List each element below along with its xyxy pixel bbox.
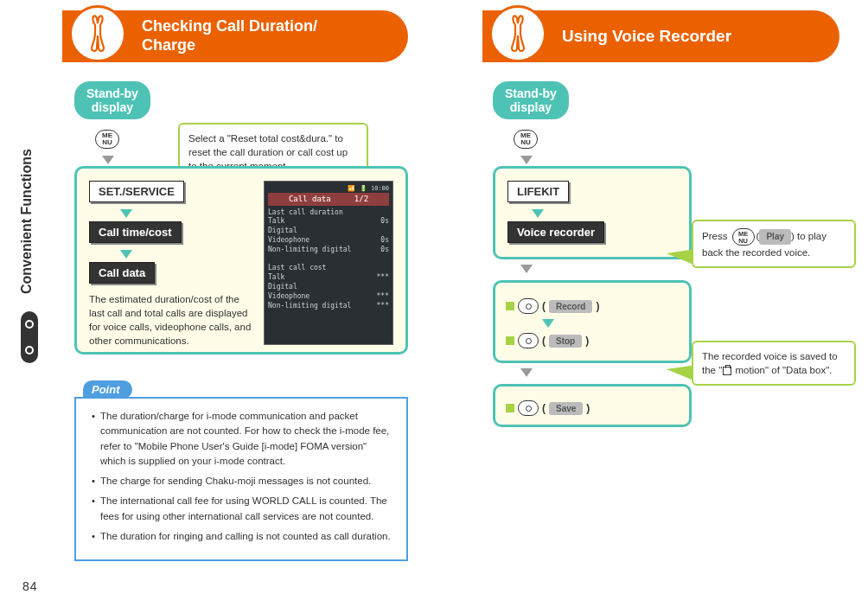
screen-val: 0s — [380, 246, 389, 255]
screen-line: Non-limiting digital — [268, 302, 351, 311]
screen-line: Digital — [268, 283, 297, 291]
softkey-record: Record — [549, 300, 592, 313]
menu-key-left: ME NU — [95, 130, 119, 149]
point-item: The duration for ringing and calling is … — [92, 529, 394, 544]
menu-key-label: ME NU — [102, 131, 112, 146]
center-key-icon — [518, 298, 539, 314]
standby-label-right: Stand-by display — [505, 86, 557, 114]
pliers-icon — [83, 15, 112, 53]
nav-set-service: SET./SERVICE — [89, 181, 184, 202]
instruction-card-right-3: ( Save ) — [493, 384, 692, 427]
side-tab-label: Convenient Functions — [19, 149, 35, 294]
nav-lifekit: LIFEKIT — [507, 181, 569, 202]
bullet-icon — [506, 302, 514, 310]
nav-call-data: Call data — [89, 262, 155, 284]
screen-line: Digital — [268, 227, 297, 234]
center-key-icon — [518, 400, 539, 416]
phone-screen-mock: 📶 🔋 10:00 Call data 1/2 Last call durati… — [264, 181, 393, 345]
softkey-save: Save — [549, 402, 583, 415]
screen-val: 0s — [380, 217, 389, 227]
screen-line: Videophone — [268, 292, 310, 302]
softkey-stop: Stop — [549, 335, 582, 348]
menu-key-label: ME NU — [738, 230, 748, 245]
instruction-card-right-2: ( Record ) ( Stop ) — [493, 280, 692, 363]
nav-arrow — [532, 209, 544, 218]
screen-val: 0s — [380, 236, 389, 246]
side-tab-decoration — [21, 311, 38, 363]
menu-key-label: ME NU — [520, 131, 531, 146]
standby-pill-left: Stand-by display — [74, 81, 150, 119]
section-icon-right — [489, 5, 546, 62]
point-item: The international call fee for using WOR… — [92, 494, 394, 524]
screen-title: Call data — [289, 195, 331, 203]
point-section: Point The duration/charge for i-mode com… — [74, 380, 408, 561]
pliers-icon — [503, 15, 533, 53]
center-key-icon — [518, 333, 539, 348]
callout-save: The recorded voice is saved to the " mot… — [692, 341, 856, 386]
flow-arrow — [520, 261, 533, 277]
point-item: The charge for sending Chaku-moji messag… — [92, 474, 394, 489]
callout-play: Press ME NU(Play) to play back the recor… — [692, 220, 856, 268]
nav-voice-recorder: Voice recorder — [507, 221, 604, 243]
section-title-right: Using Voice Recorder — [562, 27, 731, 47]
card-description-left: The estimated duration/cost of the last … — [89, 292, 253, 348]
screen-line: Videophone — [268, 236, 310, 246]
screen-line: Non-limiting digital — [268, 246, 351, 255]
instruction-card-right-1: LIFEKIT Voice recorder — [493, 166, 692, 259]
paren: ( — [542, 335, 546, 347]
paren: ( — [542, 300, 546, 312]
flow-arrow — [520, 365, 533, 380]
screen-line: Last call cost — [268, 264, 326, 272]
paren: ) — [596, 300, 599, 312]
screen-line: Talk — [268, 273, 284, 283]
bullet-icon — [506, 336, 514, 345]
softkey-play: Play — [759, 229, 791, 245]
callout-text: Press — [702, 231, 731, 241]
screen-line: Last call duration — [268, 208, 343, 216]
key-row-save: ( Save ) — [506, 400, 679, 416]
menu-key-right: ME NU — [514, 130, 538, 149]
standby-label-left: Stand-by display — [86, 86, 138, 114]
section-icon-left — [69, 5, 126, 62]
section-title-left: Checking Call Duration/ Charge — [142, 17, 317, 54]
screen-line: Talk — [268, 217, 284, 227]
bullet-icon — [506, 404, 514, 412]
nav-arrow — [542, 319, 554, 328]
nav-arrow — [120, 250, 132, 259]
screen-val: *** — [377, 273, 389, 283]
paren: ) — [585, 335, 589, 347]
point-box: The duration/charge for i-mode communica… — [74, 397, 408, 561]
nav-arrow — [120, 209, 132, 218]
paren: ( — [542, 402, 546, 414]
nav-call-time-cost: Call time/cost — [89, 221, 182, 243]
point-label: Point — [83, 380, 132, 399]
imotion-icon — [723, 367, 731, 375]
menu-key-inline: ME NU — [732, 228, 755, 246]
standby-pill-right: Stand-by display — [493, 81, 569, 119]
key-row-stop: ( Stop ) — [506, 333, 679, 348]
screen-page: 1/2 — [354, 195, 368, 203]
paren: ) — [586, 402, 590, 414]
point-item: The duration/charge for i-mode communica… — [92, 409, 394, 469]
instruction-card-left: SET./SERVICE Call time/cost Call data Th… — [74, 166, 408, 355]
screen-val: *** — [377, 302, 389, 311]
callout-text: motion" of "Data box". — [732, 365, 832, 375]
key-row-record: ( Record ) — [506, 298, 679, 314]
page-number: 84 — [22, 579, 38, 593]
screen-val: *** — [377, 292, 389, 302]
